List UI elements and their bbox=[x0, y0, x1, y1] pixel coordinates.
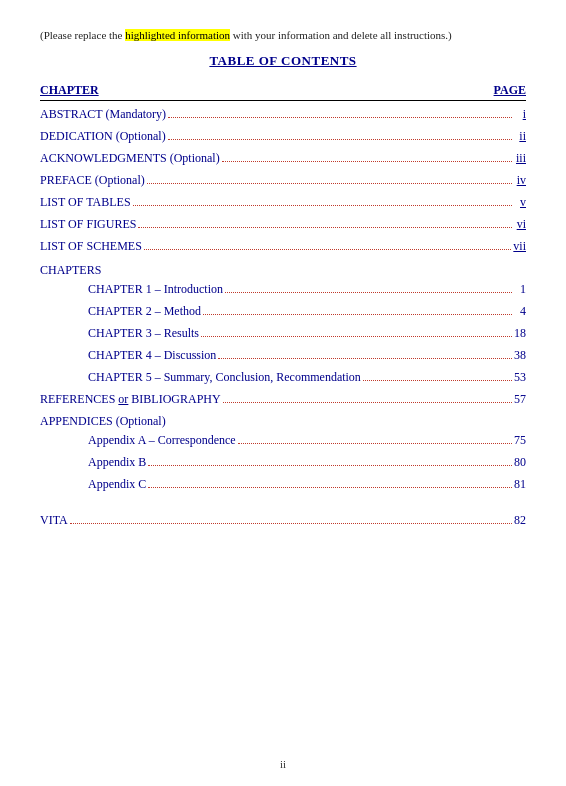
instruction-text: (Please replace the highlighted informat… bbox=[40, 28, 526, 43]
entry-abstract-label: ABSTRACT (Mandatory) bbox=[40, 107, 166, 122]
appendix-a-label: Appendix A – Correspondence bbox=[88, 433, 236, 448]
appendix-b-dots bbox=[148, 465, 512, 466]
instruction-after: with your information and delete all ins… bbox=[230, 29, 452, 41]
entry-preface-label: PREFACE (Optional) bbox=[40, 173, 145, 188]
references-dots bbox=[223, 402, 512, 403]
references-label: REFERENCES or BIBLIOGRAPHY bbox=[40, 392, 221, 407]
entry-list-tables-dots bbox=[133, 205, 512, 206]
chapter-4-label: CHAPTER 4 – Discussion bbox=[88, 348, 216, 363]
entry-dedication-label: DEDICATION (Optional) bbox=[40, 129, 166, 144]
header-chapter: CHAPTER bbox=[40, 83, 99, 98]
entry-list-tables: LIST OF TABLES v bbox=[40, 195, 526, 213]
entry-list-tables-label: LIST OF TABLES bbox=[40, 195, 131, 210]
chapter-5-page: 53 bbox=[514, 370, 526, 385]
appendices-heading: APPENDICES (Optional) bbox=[40, 414, 526, 429]
chapter-2-page: 4 bbox=[514, 304, 526, 319]
chapter-2-entry: CHAPTER 2 – Method 4 bbox=[88, 304, 526, 322]
entry-dedication-page: ii bbox=[514, 129, 526, 144]
entry-list-figures-dots bbox=[138, 227, 512, 228]
appendix-c-dots bbox=[148, 487, 512, 488]
entry-acknowledgments-dots bbox=[222, 161, 512, 162]
entry-abstract: ABSTRACT (Mandatory) i bbox=[40, 107, 526, 125]
entry-acknowledgments-label: ACKNOWLEDGMENTS (Optional) bbox=[40, 151, 220, 166]
toc-title: TABLE OF CONTENTS bbox=[40, 53, 526, 69]
chapter-1-label: CHAPTER 1 – Introduction bbox=[88, 282, 223, 297]
appendix-c-label: Appendix C bbox=[88, 477, 146, 492]
entry-list-figures: LIST OF FIGURES vi bbox=[40, 217, 526, 235]
appendix-a-dots bbox=[238, 443, 512, 444]
entry-list-figures-label: LIST OF FIGURES bbox=[40, 217, 136, 232]
chapter-4-dots bbox=[218, 358, 512, 359]
entry-abstract-dots bbox=[168, 117, 512, 118]
instruction-highlight: highlighted information bbox=[125, 29, 230, 41]
entry-list-schemes-page: vii bbox=[513, 239, 526, 254]
vita-label: VITA bbox=[40, 513, 68, 528]
references-label-before: REFERENCES bbox=[40, 392, 118, 406]
appendix-a-page: 75 bbox=[514, 433, 526, 448]
chapter-4-entry: CHAPTER 4 – Discussion 38 bbox=[88, 348, 526, 366]
entry-list-schemes: LIST OF SCHEMES vii bbox=[40, 239, 526, 257]
vita-section: VITA 82 bbox=[40, 513, 526, 531]
vita-dots bbox=[70, 523, 512, 524]
references-or: or bbox=[118, 392, 128, 406]
chapter-4-page: 38 bbox=[514, 348, 526, 363]
chapter-3-label: CHAPTER 3 – Results bbox=[88, 326, 199, 341]
entry-preface: PREFACE (Optional) iv bbox=[40, 173, 526, 191]
entry-dedication-dots bbox=[168, 139, 512, 140]
appendices-list: Appendix A – Correspondence 75 Appendix … bbox=[40, 433, 526, 495]
entry-acknowledgments: ACKNOWLEDGMENTS (Optional) iii bbox=[40, 151, 526, 169]
toc-header: CHAPTER PAGE bbox=[40, 83, 526, 101]
entry-list-schemes-dots bbox=[144, 249, 512, 250]
header-page: PAGE bbox=[494, 83, 526, 98]
chapter-2-label: CHAPTER 2 – Method bbox=[88, 304, 201, 319]
vita-page: 82 bbox=[514, 513, 526, 528]
chapter-5-entry: CHAPTER 5 – Summary, Conclusion, Recomme… bbox=[88, 370, 526, 388]
page-footer: ii bbox=[0, 758, 566, 770]
references-label-after: BIBLIOGRAPHY bbox=[128, 392, 220, 406]
chapter-3-entry: CHAPTER 3 – Results 18 bbox=[88, 326, 526, 344]
appendix-c-entry: Appendix C 81 bbox=[88, 477, 526, 495]
references-page: 57 bbox=[514, 392, 526, 407]
appendix-b-page: 80 bbox=[514, 455, 526, 470]
entry-preface-page: iv bbox=[514, 173, 526, 188]
chapter-3-dots bbox=[201, 336, 512, 337]
appendix-b-entry: Appendix B 80 bbox=[88, 455, 526, 473]
entry-list-tables-page: v bbox=[514, 195, 526, 210]
entry-list-schemes-label: LIST OF SCHEMES bbox=[40, 239, 142, 254]
entry-acknowledgments-page: iii bbox=[514, 151, 526, 166]
chapter-1-entry: CHAPTER 1 – Introduction 1 bbox=[88, 282, 526, 300]
chapter-1-dots bbox=[225, 292, 512, 293]
chapter-3-page: 18 bbox=[514, 326, 526, 341]
instruction-before: (Please replace the bbox=[40, 29, 125, 41]
chapter-5-label: CHAPTER 5 – Summary, Conclusion, Recomme… bbox=[88, 370, 361, 385]
chapters-list: CHAPTER 1 – Introduction 1 CHAPTER 2 – M… bbox=[40, 282, 526, 388]
appendix-a-entry: Appendix A – Correspondence 75 bbox=[88, 433, 526, 451]
references-entry: REFERENCES or BIBLIOGRAPHY 57 bbox=[40, 392, 526, 410]
entry-preface-dots bbox=[147, 183, 512, 184]
chapters-heading: CHAPTERS bbox=[40, 263, 526, 278]
front-matter-entries: ABSTRACT (Mandatory) i DEDICATION (Optio… bbox=[40, 107, 526, 257]
page: (Please replace the highlighted informat… bbox=[0, 0, 566, 786]
appendix-b-label: Appendix B bbox=[88, 455, 146, 470]
entry-dedication: DEDICATION (Optional) ii bbox=[40, 129, 526, 147]
chapter-1-page: 1 bbox=[514, 282, 526, 297]
chapter-2-dots bbox=[203, 314, 512, 315]
entry-abstract-page: i bbox=[514, 107, 526, 122]
appendix-c-page: 81 bbox=[514, 477, 526, 492]
chapter-5-dots bbox=[363, 380, 512, 381]
entry-list-figures-page: vi bbox=[514, 217, 526, 232]
footer-page-number: ii bbox=[280, 758, 286, 770]
vita-entry: VITA 82 bbox=[40, 513, 526, 531]
